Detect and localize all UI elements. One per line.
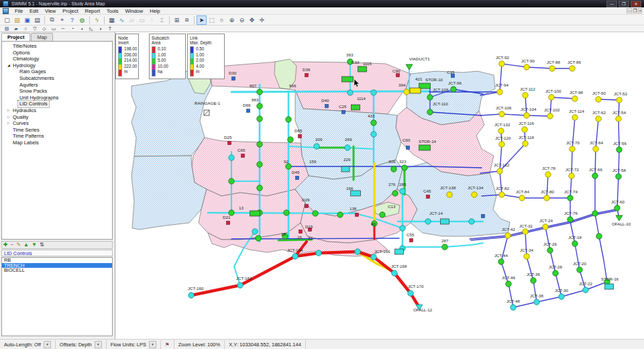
- subcatchment-centroid[interactable]: [342, 111, 345, 114]
- map-node-junction[interactable]: [392, 270, 397, 276]
- move-up-button[interactable]: ▲: [23, 242, 29, 248]
- map-node-storage[interactable]: [605, 284, 614, 289]
- help-button[interactable]: ?: [67, 15, 77, 25]
- dropdown-arrow-icon[interactable]: ▼: [95, 341, 102, 348]
- menu-edit[interactable]: Edit: [26, 8, 42, 14]
- move-down-button[interactable]: ▼: [32, 242, 37, 248]
- tree-item-lid-controls[interactable]: LID Controls: [2, 101, 112, 107]
- sort-items-button[interactable]: ⇅: [40, 242, 44, 248]
- map-node-storage[interactable]: [410, 88, 421, 93]
- map-node-storage[interactable]: [441, 219, 449, 224]
- map-node-junction[interactable]: [523, 141, 528, 146]
- map-node-junction[interactable]: [469, 219, 474, 224]
- map-node-junction[interactable]: [511, 305, 516, 310]
- status-auto-length[interactable]: Auto-Length: Off▼: [0, 340, 56, 349]
- map-node-junction[interactable]: [392, 191, 398, 196]
- map-node-junction[interactable]: [572, 241, 578, 246]
- map-node-junction[interactable]: [427, 109, 433, 115]
- add-divider-button[interactable]: ◇: [40, 26, 49, 32]
- map-node-junction[interactable]: [568, 195, 573, 201]
- print-button[interactable]: ▤: [32, 15, 42, 25]
- zoom-out-button[interactable]: ⊖: [237, 15, 247, 25]
- web-button[interactable]: ◍: [77, 15, 87, 25]
- map-node-junction[interactable]: [568, 217, 573, 222]
- add-outfall-button[interactable]: ▽: [30, 26, 40, 32]
- add-orifice-button[interactable]: ◖: [77, 26, 87, 32]
- add-storage-button[interactable]: ▭: [49, 26, 58, 32]
- map-node-junction[interactable]: [592, 173, 598, 179]
- map-node-junction[interactable]: [616, 147, 622, 152]
- map-node-junction[interactable]: [400, 226, 405, 231]
- map-node-junction[interactable]: [572, 115, 578, 120]
- tree-item-time-series[interactable]: Time Series: [2, 127, 112, 134]
- add-outlet-button[interactable]: ◗: [96, 26, 105, 32]
- map-node-junction[interactable]: [614, 205, 620, 211]
- map-node-storage[interactable]: [351, 191, 361, 196]
- map-node-junction[interactable]: [596, 234, 602, 239]
- mdi-close[interactable]: ×: [638, 8, 642, 13]
- map-node-junction[interactable]: [286, 117, 291, 122]
- copy-button[interactable]: ⧉: [47, 15, 57, 25]
- map-node-junction[interactable]: [577, 267, 582, 272]
- subcatchment-centroid[interactable]: [296, 177, 299, 180]
- find-button[interactable]: ⌖: [57, 15, 67, 25]
- map-node-junction[interactable]: [499, 192, 504, 197]
- map-node-junction[interactable]: [408, 291, 413, 296]
- map-node-junction[interactable]: [257, 185, 262, 191]
- expander-closed-icon[interactable]: ▷: [6, 114, 11, 121]
- tree-item-quality[interactable]: ▷Quality: [2, 114, 112, 121]
- map-node-junction[interactable]: [616, 116, 621, 121]
- map-node-junction[interactable]: [549, 95, 554, 100]
- tree-item-title-notes[interactable]: Title/Notes: [2, 43, 112, 50]
- tree-item-unit-hydrographs[interactable]: Unit Hydrographs: [2, 95, 112, 101]
- add-label-button[interactable]: T: [105, 26, 115, 32]
- menu-file[interactable]: File: [11, 8, 26, 14]
- map-node-junction[interactable]: [549, 66, 555, 71]
- subcatchment-centroid[interactable]: [227, 221, 230, 225]
- map-node-junction[interactable]: [559, 294, 564, 299]
- map-node-junction[interactable]: [371, 132, 376, 137]
- mdi-minimize[interactable]: —: [627, 8, 632, 13]
- map-link[interactable]: [278, 240, 312, 240]
- close-button[interactable]: ✕: [631, 1, 641, 7]
- map-node-junction[interactable]: [425, 219, 431, 224]
- map-node-junction[interactable]: [499, 61, 504, 66]
- add-rain-gage-button[interactable]: ▧: [2, 26, 11, 32]
- tree-item-hydraulics[interactable]: ▷Hydraulics: [2, 107, 112, 114]
- subcatchment-centroid[interactable]: [482, 215, 485, 218]
- map-node-junction[interactable]: [543, 224, 548, 230]
- map-node-junction[interactable]: [534, 299, 539, 305]
- map-node-junction[interactable]: [523, 93, 528, 98]
- map-node-junction[interactable]: [547, 248, 553, 253]
- map-node-junction[interactable]: [499, 142, 504, 147]
- mdi-restore[interactable]: ❐: [633, 8, 637, 13]
- menu-report[interactable]: Report: [82, 8, 104, 14]
- tree-item-time-patterns[interactable]: Time Patterns: [2, 133, 112, 140]
- menu-project[interactable]: Project: [59, 8, 81, 14]
- subcatchment-centroid[interactable]: [407, 146, 410, 150]
- subcatchment-centroid[interactable]: [247, 109, 250, 113]
- map-node-junction[interactable]: [292, 254, 298, 259]
- run-simulation-button[interactable]: ϟ: [92, 15, 102, 25]
- map-node-junction[interactable]: [427, 95, 433, 100]
- subcatchment-centroid[interactable]: [228, 142, 231, 145]
- add-conduit-button[interactable]: ─: [58, 26, 68, 32]
- map-node-junction[interactable]: [524, 64, 529, 70]
- expander-open-icon[interactable]: ◢: [6, 62, 11, 69]
- map-node-junction[interactable]: [498, 128, 504, 134]
- add-subcatchment-button[interactable]: ▰: [11, 26, 21, 32]
- map-node-junction[interactable]: [355, 249, 360, 254]
- map-node-junction[interactable]: [583, 287, 588, 293]
- dropdown-arrow-icon[interactable]: ▼: [149, 341, 156, 348]
- map-node-junction[interactable]: [286, 164, 291, 169]
- map-node-junction[interactable]: [553, 270, 558, 276]
- map-node-junction[interactable]: [547, 113, 553, 119]
- subcatchment-centroid[interactable]: [241, 154, 245, 158]
- map-node-junction[interactable]: [380, 212, 385, 217]
- map-node-junction[interactable]: [497, 89, 502, 95]
- minimize-button[interactable]: —: [606, 1, 617, 7]
- select-vertex-button[interactable]: ○: [217, 15, 227, 25]
- map-node-storage[interactable]: [341, 166, 350, 172]
- map-node-junction[interactable]: [252, 229, 258, 234]
- map-node-storage[interactable]: [395, 249, 404, 254]
